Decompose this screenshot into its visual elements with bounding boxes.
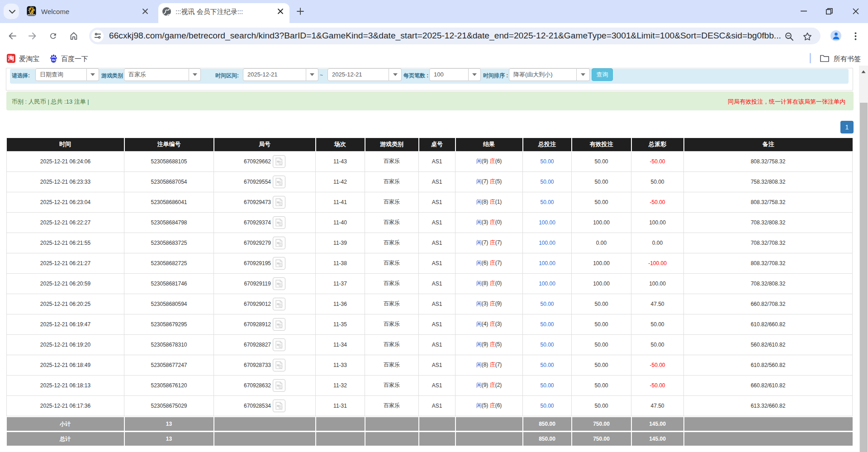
svg-text:du: du bbox=[52, 58, 55, 62]
